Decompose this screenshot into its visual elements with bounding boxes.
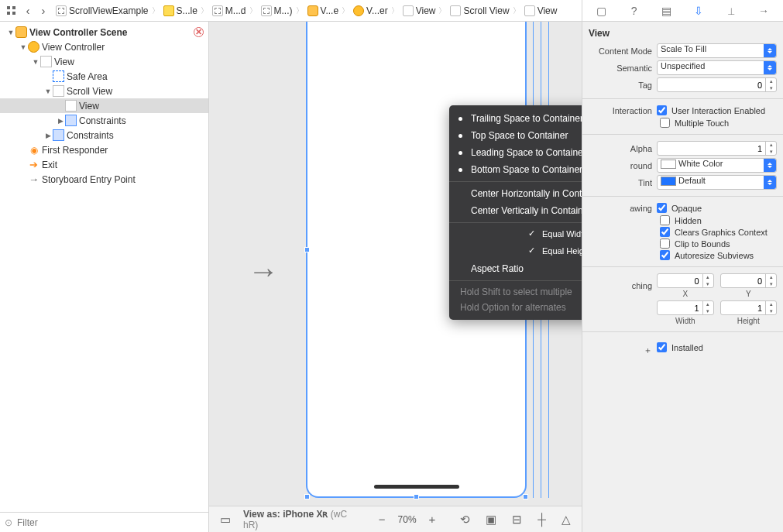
popup-equal-widths[interactable]: Equal Widths [520, 226, 582, 242]
tab-file-icon[interactable]: ▢ [592, 3, 612, 19]
view-node[interactable]: ▼View [0, 54, 208, 69]
device-config-icon[interactable]: ▭ [217, 511, 234, 528]
crumb-file1[interactable]: M...d〉 [211, 5, 259, 16]
update-frames-icon[interactable]: ⟲ [457, 511, 473, 528]
related-items-icon[interactable] [3, 5, 20, 16]
filter-input[interactable] [17, 517, 204, 528]
resize-handle[interactable] [414, 494, 419, 499]
tab-identity-icon[interactable]: ▤ [657, 3, 677, 19]
nav-forward-icon[interactable]: › [36, 4, 51, 17]
scrollview-icon [53, 85, 64, 97]
align-icon[interactable]: ⊟ [509, 511, 525, 528]
svg-rect-3 [12, 12, 15, 15]
constraints-icon [65, 115, 77, 126]
exit-icon: ➔ [28, 159, 39, 170]
popup-equal-heights[interactable]: Equal Heights [520, 243, 582, 259]
popup-hint-shift: Hold Shift to select multiple [449, 284, 582, 300]
entry-arrow-icon: → [28, 173, 39, 185]
exit-node[interactable]: ➔Exit [0, 157, 208, 172]
clears-gc-checkbox[interactable] [660, 227, 670, 237]
safearea-icon [53, 70, 64, 82]
nav-back-icon[interactable]: ‹ [20, 4, 36, 17]
tag-field[interactable] [657, 77, 777, 92]
entry-point-node[interactable]: →Storyboard Entry Point [0, 172, 208, 187]
tab-attributes-icon[interactable]: ⇩ [689, 3, 709, 19]
initial-vc-arrow-icon: → [248, 254, 279, 289]
popup-bottom[interactable]: Bottom Space to Container [449, 161, 582, 178]
crumb-folder[interactable]: S...le〉 [162, 5, 211, 16]
zoom-level: 70% [398, 514, 417, 525]
background-select[interactable]: White Color [657, 158, 777, 173]
multitouch-checkbox[interactable] [660, 118, 670, 128]
svg-rect-2 [7, 12, 10, 15]
constraints-icon [53, 129, 64, 141]
installed-checkbox[interactable] [657, 342, 667, 352]
clip-checkbox[interactable] [660, 239, 670, 249]
resize-handle[interactable] [523, 494, 528, 499]
tab-connections-icon[interactable]: → [754, 3, 774, 19]
add-trait-variation-icon[interactable]: ＋ [589, 345, 652, 356]
crumb-file2[interactable]: M...)〉 [259, 5, 306, 16]
semantic-select[interactable]: Unspecified [657, 60, 777, 75]
scene-node[interactable]: ▼ View Controller Scene ✕ [0, 25, 208, 39]
tab-size-icon[interactable]: ⟂ [721, 3, 741, 19]
viewcontroller-icon [28, 41, 39, 53]
filter-icon: ⊙ [5, 517, 12, 528]
document-outline: ▼ View Controller Scene ✕ ▼View Controll… [0, 22, 209, 532]
crumb-vc[interactable]: V...er〉 [352, 5, 401, 16]
popup-center-v[interactable]: Center Vertically in Container [449, 202, 582, 219]
resize-handle[interactable] [304, 247, 310, 252]
svg-rect-1 [12, 6, 15, 9]
uie-checkbox[interactable] [657, 105, 667, 115]
popup-center-h[interactable]: Center Horizontally in Container [449, 185, 582, 202]
resize-handle[interactable] [304, 494, 310, 499]
pin-icon[interactable]: ┼ [534, 511, 549, 527]
view-icon [40, 56, 52, 67]
outline-filter: ⊙ [0, 512, 208, 532]
hidden-checkbox[interactable] [660, 215, 670, 225]
view-as-label[interactable]: View as: iPhone Xʀ (wC hR) [243, 509, 357, 530]
inspector-tabs: ▢ ? ▤ ⇩ ⟂ → [582, 0, 783, 22]
scene-icon [15, 26, 27, 38]
zoom-out-icon[interactable]: − [376, 511, 389, 527]
popup-trailing[interactable]: Trailing Space to Container [449, 110, 582, 127]
popup-leading[interactable]: Leading Space to Container [449, 144, 582, 161]
popup-aspect[interactable]: Aspect Ratio [449, 260, 582, 277]
inspector-title: View [589, 28, 777, 39]
cube-icon: ◉ [28, 144, 39, 156]
inspector-panel: ▢ ? ▤ ⇩ ⟂ → View Content Mode Scale To F… [582, 0, 783, 532]
opaque-checkbox[interactable] [657, 203, 667, 213]
constraints-node-1[interactable]: ▶Constraints [0, 113, 208, 128]
popup-top[interactable]: Top Space to Container [449, 127, 582, 144]
crumb-view1[interactable]: View〉 [401, 5, 449, 16]
zoom-in-icon[interactable]: + [426, 511, 439, 527]
view-icon [65, 100, 77, 112]
tint-select[interactable]: Default [657, 175, 777, 190]
alpha-field[interactable] [657, 141, 777, 156]
crumb-innerview[interactable]: View [523, 5, 559, 16]
scrollview-node[interactable]: ▼Scroll View [0, 84, 208, 98]
home-indicator [374, 485, 459, 489]
crumb-project[interactable]: ScrollViewExample〉 [54, 5, 162, 16]
close-scene-icon[interactable]: ✕ [194, 27, 204, 37]
canvas-bottom-bar: ▭ View as: iPhone Xʀ (wC hR) − 70% + ⟲ ▣… [209, 506, 582, 532]
svg-rect-0 [7, 6, 10, 9]
embed-icon[interactable]: ▣ [483, 511, 500, 528]
autoresize-checkbox[interactable] [660, 250, 670, 260]
crumb-scrollview[interactable]: Scroll View〉 [448, 5, 522, 16]
innerview-node[interactable]: View [0, 98, 208, 113]
safearea-node[interactable]: Safe Area [0, 69, 208, 84]
constraints-node-2[interactable]: ▶Constraints [0, 128, 208, 142]
tab-help-icon[interactable]: ? [624, 3, 644, 19]
crumb-scene[interactable]: V...e〉 [306, 5, 352, 16]
popup-hint-option: Hold Option for alternates [449, 300, 582, 315]
resolve-icon[interactable]: △ [558, 511, 574, 528]
content-mode-select[interactable]: Scale To Fill [657, 43, 777, 58]
vc-node[interactable]: ▼View Controller [0, 39, 208, 54]
canvas[interactable]: → Trailing Space to Container Top Space … [209, 22, 582, 532]
scene-label: View Controller Scene [29, 27, 128, 38]
constraint-popup: Trailing Space to Container Top Space to… [449, 105, 582, 320]
first-responder-node[interactable]: ◉First Responder [0, 142, 208, 157]
